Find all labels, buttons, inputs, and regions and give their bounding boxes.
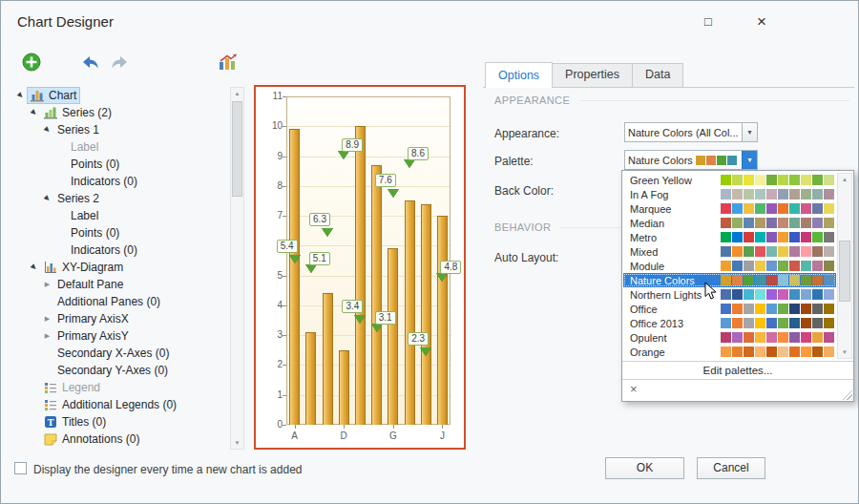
palette-label: Palette: [494,155,534,168]
tree-item-primary-axisy[interactable]: ▶Primary AxisY [10,327,230,345]
bar-I [421,204,431,425]
tree-item-indicators-0[interactable]: Indicators (0) [10,173,230,190]
palette-dropdown-button[interactable]: ▾ [742,151,757,169]
ok-button[interactable]: OK [605,457,684,479]
color-swatch [755,203,765,214]
tree-item-series-1[interactable]: ▶Series 1 [10,121,230,138]
color-swatch [778,246,788,257]
tab-options[interactable]: Options [485,62,553,88]
annotation-icon [44,432,58,446]
popup-close-icon[interactable]: × [630,382,638,396]
expanded-arrow-icon[interactable]: ▶ [40,192,54,206]
color-swatch [732,304,743,314]
palette-option-opulent[interactable]: Opulent [623,330,836,345]
tree-item-points-0[interactable]: Points (0) [10,224,230,242]
color-swatch [744,218,754,228]
tree-item-series-2[interactable]: ▶Series 2 [10,190,230,207]
tab-data[interactable]: Data [632,63,683,87]
tree-item-series-2[interactable]: ▶Series (2) [10,104,230,121]
appearance-section-header: APPEARANCE [494,94,849,106]
color-swatch [789,346,800,357]
color-swatch [789,175,800,185]
palette-options-list: Green YellowIn A FogMarqueeMedianMetroMi… [623,173,836,359]
color-swatch [732,218,743,228]
tree-item-secondary-x-axes-0[interactable]: Secondary X-Axes (0) [10,345,230,362]
appearance-dropdown-button[interactable]: ▾ [742,123,757,141]
tree-item-additional-panes-0[interactable]: Additional Panes (0) [10,293,230,310]
collapsed-arrow-icon[interactable]: ▶ [41,315,53,323]
chart-plot: 01234567891011ADGJ5.45.16.38.93.43.17.68… [256,87,464,448]
display-designer-checkbox[interactable] [14,462,27,474]
tree-item-annotations-0[interactable]: Annotations (0) [10,430,230,448]
palette-option-office[interactable]: Office [623,302,836,316]
tree-item-indicators-0[interactable]: Indicators (0) [10,242,230,259]
tree-item-xy-diagram[interactable]: ▶XY-Diagram [10,259,230,276]
point-label: 3.1 [375,311,396,325]
edit-palettes-button[interactable]: Edit palettes... [622,361,853,379]
color-swatch [766,332,777,343]
palette-option-orange[interactable]: Orange [623,345,836,359]
scroll-up-icon[interactable]: ▲ [838,174,851,185]
palette-option-marquee[interactable]: Marquee [623,201,836,216]
undo-button[interactable] [77,49,104,75]
palette-option-label: Office [623,304,721,315]
chart-wizard-button[interactable] [215,49,241,75]
bar-E [355,126,366,425]
tree-scrollbar-thumb[interactable] [232,101,242,197]
tree-item-secondary-y-axes-0[interactable]: Secondary Y-Axes (0) [10,362,230,379]
scroll-up-icon[interactable]: ▲ [231,88,243,99]
x-axis-tick [344,425,345,429]
expanded-arrow-icon[interactable]: ▶ [27,261,41,275]
palette-option-metro[interactable]: Metro [623,230,836,244]
color-swatch [824,175,834,185]
popup-scrollbar[interactable]: ▲ ▼ [837,173,852,359]
popup-scrollbar-thumb[interactable] [839,241,850,302]
point-label: 2.3 [408,332,429,346]
palette-dropdown[interactable]: Nature Colors ▾ [624,150,758,170]
resize-grip[interactable] [840,388,852,400]
palette-option-mixed[interactable]: Mixed [623,244,836,259]
tab-properties[interactable]: Properties [552,63,633,87]
color-swatch [789,246,800,257]
point-label: 4.8 [440,261,461,274]
palette-option-northern-lights[interactable]: Northern Lights [623,287,836,302]
tree-item-chart[interactable]: ▶Chart [10,87,230,104]
chart-preview[interactable]: 01234567891011ADGJ5.45.16.38.93.43.17.68… [254,85,466,450]
tree-item-points-0[interactable]: Points (0) [10,156,230,173]
palette-option-nature-colors[interactable]: Nature Colors [623,273,836,287]
collapsed-arrow-icon[interactable]: ▶ [41,281,53,288]
redo-button[interactable] [106,49,133,75]
add-chart-element-button[interactable] [18,49,45,75]
x-axis-tick [295,425,296,429]
palette-option-green-yellow[interactable]: Green Yellow [623,173,836,187]
palette-option-office-2013[interactable]: Office 2013 [623,316,836,330]
scroll-down-icon[interactable]: ▼ [231,437,243,449]
scroll-down-icon[interactable]: ▼ [838,346,851,358]
tree-item-additional-legends-0[interactable]: Additional Legends (0) [10,396,230,413]
close-button[interactable]: × [747,11,776,32]
point-label: 5.1 [309,252,330,265]
expanded-arrow-icon[interactable]: ▶ [27,106,41,120]
cancel-button[interactable]: Cancel [697,457,765,479]
palette-option-module[interactable]: Module [623,259,836,273]
collapsed-arrow-icon[interactable]: ▶ [41,332,53,340]
tree-item-primary-axisx[interactable]: ▶Primary AxisX [10,310,230,327]
color-swatch [801,246,811,257]
tree-scrollbar[interactable]: ▲ ▼ [230,87,244,450]
palette-option-median[interactable]: Median [623,216,836,230]
y-axis-tick [283,126,286,127]
palette-option-in-a-fog[interactable]: In A Fog [623,187,836,201]
tree-item-titles-0[interactable]: TTitles (0) [10,413,230,430]
y-axis-tick-label: 2 [258,359,283,369]
expanded-arrow-icon[interactable]: ▶ [40,123,54,137]
tree-item-legend[interactable]: Legend [10,379,230,396]
tree-item-default-pane[interactable]: ▶Default Pane [10,276,230,293]
expanded-arrow-icon[interactable]: ▶ [13,89,28,103]
appearance-dropdown[interactable]: Nature Colors (All Col... ▾ [624,122,758,142]
color-swatch [706,156,716,165]
color-swatch [744,246,754,257]
tree-item-label[interactable]: Label [10,138,230,156]
color-swatch [824,318,834,328]
tree-item-label[interactable]: Label [10,207,230,224]
maximize-button[interactable]: □ [694,11,723,32]
